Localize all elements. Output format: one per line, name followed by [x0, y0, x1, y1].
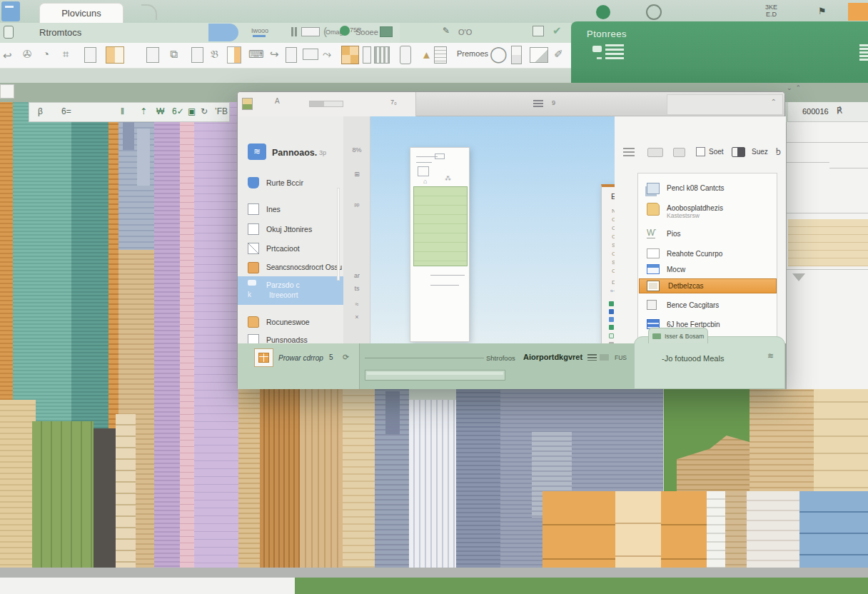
globe-icon[interactable]: [340, 26, 350, 36]
footer-input[interactable]: [365, 370, 505, 381]
mini-glyph-2[interactable]: ⫴: [121, 106, 124, 116]
sidebar-item[interactable]: Prtcacioot: [243, 241, 339, 257]
sidebar-item[interactable]: Seancsnocsdrocrt Ossu: [243, 261, 339, 276]
share-icon[interactable]: [596, 5, 610, 19]
category-item[interactable]: Pencl k08 Cantcts: [642, 182, 774, 198]
chart-window-icon[interactable]: [374, 46, 390, 64]
titlebar-list-icon[interactable]: [533, 100, 543, 101]
collapse-chevron[interactable]: ⌃: [771, 98, 777, 106]
mini-glyph-3[interactable]: ⇡: [140, 106, 147, 116]
sidebar-item-selected[interactable]: k Parzsdo c Itreeoorrt: [238, 276, 343, 305]
laptop-icon[interactable]: ⌨: [248, 49, 264, 59]
green-mini-rect[interactable]: [380, 26, 393, 37]
window-icon[interactable]: [286, 47, 297, 63]
orange-corner-button[interactable]: [848, 3, 868, 21]
screen: Plovicuns 3KEE.D ⚑ Rtromtocs Iwooo ( 75R…: [0, 0, 868, 594]
view-box-button[interactable]: [673, 148, 685, 157]
sidebar-scrollbar[interactable]: [337, 188, 340, 281]
dialog-title-left: A 7₀: [238, 92, 416, 116]
dark-box-button[interactable]: [732, 147, 745, 157]
photo-icon[interactable]: [530, 47, 548, 63]
mini-glyph-5[interactable]: 6✓: [172, 106, 184, 116]
pin-icon[interactable]: ✐: [554, 49, 563, 59]
lined-doc-icon[interactable]: [191, 47, 203, 63]
glyph-strip-item[interactable]: ts: [343, 285, 370, 292]
mini-glyph-8[interactable]: ʼFB: [215, 106, 228, 116]
user-icon[interactable]: [4, 26, 14, 39]
ribbon-small-text-1[interactable]: Iwooo: [251, 27, 268, 34]
dialog-title-bar[interactable]: A 7₀ 9 ⌃: [238, 92, 784, 116]
glyph-strip-item[interactable]: ar: [343, 272, 370, 279]
account-icon[interactable]: [646, 4, 662, 20]
mini-table-icon[interactable]: [301, 27, 320, 36]
view-box-button[interactable]: [647, 148, 663, 157]
glyph-strip-item[interactable]: 8%: [343, 146, 370, 153]
key-icon: [248, 280, 256, 286]
options-hamburger-icon[interactable]: [623, 148, 635, 149]
sidebar-item[interactable]: Rocuneswoe: [243, 315, 339, 331]
split-rect-icon[interactable]: [511, 46, 522, 64]
category-item[interactable]: Mocw: [642, 263, 774, 279]
orange-grid-doc-icon[interactable]: [227, 46, 241, 64]
redo-icon[interactable]: ↪: [270, 49, 279, 59]
app-logo[interactable]: [1, 1, 20, 21]
text-doc-icon[interactable]: [434, 46, 447, 64]
mini-glyph-4[interactable]: ₩: [156, 106, 164, 116]
hash-icon[interactable]: ⌗: [63, 49, 69, 59]
glyph-strip-item[interactable]: ≈: [343, 301, 370, 308]
phone-icon[interactable]: [400, 46, 411, 64]
glyph-strip-item[interactable]: ᵖᵖ: [343, 202, 370, 209]
orange-book-icon[interactable]: [106, 46, 124, 64]
footer-mini-tables-icon[interactable]: [587, 354, 597, 361]
blue-dropdown[interactable]: [208, 24, 238, 41]
undo-icon[interactable]: ↩: [3, 50, 12, 61]
stamp-icon[interactable]: 𝔅: [211, 49, 218, 59]
category-item[interactable]: Bence Cacgitars: [642, 299, 774, 315]
mini-glyph-0[interactable]: β: [38, 106, 43, 116]
cone-icon[interactable]: ▲: [421, 49, 432, 60]
s-glyph[interactable]: Ϧ: [776, 147, 781, 155]
sidebar-item[interactable]: Ines: [243, 202, 339, 218]
circle-icon[interactable]: ◯: [490, 46, 508, 62]
building-block: [300, 389, 343, 568]
category-item[interactable]: Ⱳ Pios: [642, 228, 774, 243]
menu-icon[interactable]: [605, 44, 624, 46]
pencil-icon[interactable]: ✎: [443, 26, 450, 36]
book-icon[interactable]: [363, 46, 371, 64]
orange-window-grid-icon[interactable]: [341, 46, 359, 64]
glyph-strip-item[interactable]: ⊞: [343, 171, 370, 178]
clipboard-icon[interactable]: [146, 47, 159, 63]
r-glyph-icon[interactable]: ℟: [837, 106, 842, 116]
copy-box-icon[interactable]: [533, 26, 544, 36]
doc-copy-icon[interactable]: ⧉: [170, 49, 178, 59]
right-menu-icon[interactable]: [859, 44, 868, 46]
category-item[interactable]: Aoobosplatdhezis Kastestsrsw: [642, 202, 774, 222]
row-color-icon: [609, 309, 614, 314]
dialog-window: A 7₀ 9 ⌃ ≋ Pannoaos. 3p Rurte Bccir: [237, 91, 785, 389]
category-item-selected[interactable]: Detbelzcas: [639, 278, 777, 293]
sidebar-item[interactable]: Rurte Bccir: [243, 176, 339, 191]
mini-glyph-6[interactable]: ▣: [188, 106, 196, 116]
footer-icon-box[interactable]: [254, 348, 273, 367]
building-block: [238, 389, 260, 568]
card-icon[interactable]: [303, 49, 318, 60]
mini-glyph-1[interactable]: 6=: [61, 106, 71, 116]
stack-icon[interactable]: [592, 46, 602, 52]
flag-icon[interactable]: ⚑: [818, 6, 827, 16]
check-icon[interactable]: ✔: [552, 24, 562, 37]
sort-checkbox[interactable]: [696, 147, 705, 156]
browser-blue-icon: [647, 264, 660, 274]
mini-sheet-tab[interactable]: Isser & Bosam: [648, 328, 708, 343]
document-tab[interactable]: Plovicuns: [39, 3, 123, 23]
draw-icon[interactable]: ✇: [23, 49, 32, 59]
mini-glyph-7[interactable]: ↻: [201, 106, 208, 116]
glyph-strip-item[interactable]: ×: [343, 313, 370, 321]
category-item[interactable]: Reahote Ccunrpo: [642, 248, 774, 263]
size-label[interactable]: Suez: [752, 148, 768, 156]
notes-icon[interactable]: [84, 47, 96, 63]
sidebar-item[interactable]: Okuj Jttonires: [243, 222, 339, 238]
branch-icon[interactable]: ⤳: [323, 49, 331, 59]
clock-icon[interactable]: ◔: [43, 49, 49, 59]
sheet-tab[interactable]: -Jo fotuood Meals ≋: [634, 336, 785, 389]
refresh-icon[interactable]: ⟳: [343, 353, 349, 362]
